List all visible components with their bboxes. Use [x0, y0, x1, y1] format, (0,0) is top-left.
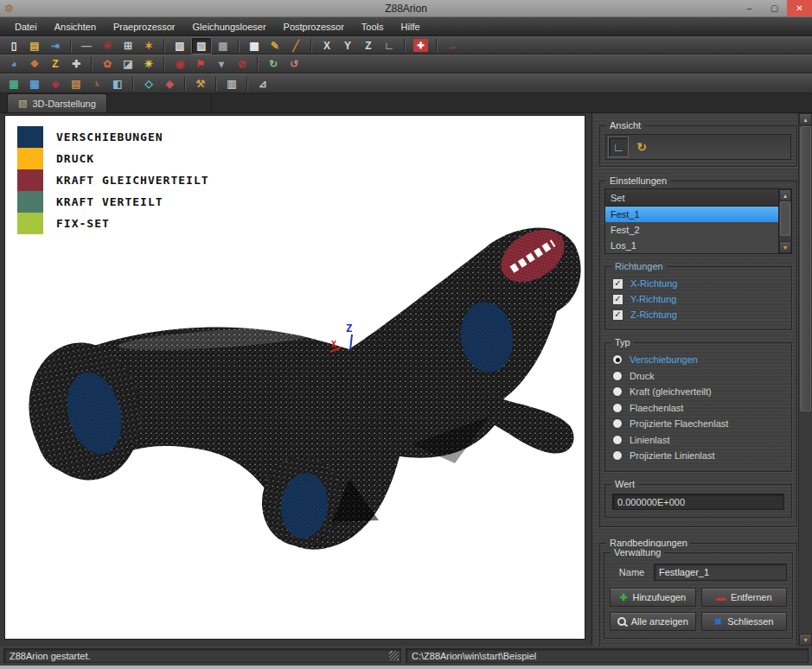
disable-tool-button[interactable]: ⊘ [233, 56, 252, 72]
close-button[interactable]: ✕ [787, 0, 812, 16]
export-stl-button[interactable]: ▦ [25, 76, 44, 92]
scroll-down-icon[interactable]: ▾ [799, 634, 812, 646]
view-axis-z-icon: Z [365, 41, 371, 51]
radio-druck[interactable]: Druck [612, 368, 784, 385]
checkbox-z-richtung[interactable]: ✓Z-Richtung [612, 307, 784, 322]
status-bar: Z88Arion gestartet. C:\Z88Arion\win\star… [0, 646, 812, 666]
menu-tools[interactable]: Tools [354, 19, 392, 35]
texture-map-button[interactable]: ◈ [160, 76, 179, 92]
view-shaded-button[interactable]: ▦ [245, 38, 264, 54]
exit-app-button[interactable]: → [443, 38, 462, 54]
line-view-button[interactable]: — [77, 38, 96, 54]
checkbox-icon: ✓ [612, 278, 623, 290]
radio-kraft-gleichverteilt[interactable]: Kraft (gleichverteilt) [612, 384, 784, 400]
zoom-z-button[interactable]: Z [46, 56, 65, 72]
menu-gleichungsloeser[interactable]: Gleichungsloeser [185, 19, 274, 35]
mesh-table-button[interactable]: ▤ [67, 76, 86, 92]
import-file-button[interactable]: ⇥ [46, 38, 65, 54]
mesh-pillars-button[interactable]: ▥ [222, 76, 241, 92]
name-input[interactable] [654, 564, 787, 581]
scroll-up-icon[interactable]: ▴ [779, 189, 791, 201]
radio-linienlast[interactable]: Linienlast [612, 432, 784, 449]
set-item-fest-1[interactable]: Fest_1 [605, 207, 778, 222]
view-mesh-button[interactable]: ▨ [191, 37, 212, 54]
minimize-button[interactable]: – [737, 0, 762, 16]
radio-flaechenlast[interactable]: Flaechenlast [612, 400, 784, 417]
add-boundary-button[interactable]: ✚ [413, 39, 428, 52]
toolbar-separator [436, 39, 438, 53]
set-item-los-1[interactable]: Los_1 [605, 238, 778, 253]
view-directions-button[interactable]: ❖ [25, 56, 44, 72]
scroll-down-icon[interactable]: ▾ [779, 241, 791, 253]
view-globe-button[interactable]: ◕ [4, 56, 23, 72]
radio-projizierte-flaechenlast[interactable]: Projizierte Flaechenlast [612, 416, 784, 432]
radio-icon [612, 403, 623, 413]
entfernen-button[interactable]: ▬Entfernen [701, 588, 788, 607]
scroll-up-icon[interactable]: ▴ [799, 113, 812, 125]
radio-projizierte-linienlast[interactable]: Projizierte Linienlast [612, 448, 784, 464]
light-settings-button[interactable]: ☀ [139, 56, 158, 72]
menu-ansichten[interactable]: Ansichten [47, 19, 104, 35]
alle-anzeigen-button[interactable]: Alle anzeigen [610, 612, 696, 631]
scroll-thumb[interactable] [800, 126, 811, 411]
group-verwaltung-title: Verwaltung [611, 547, 664, 558]
orbit-tool-button[interactable]: ♄ [87, 76, 106, 92]
spiral-tool-button[interactable]: ◉ [170, 56, 189, 72]
view-isometric-button[interactable]: ∟ [380, 38, 399, 54]
flag-region-button[interactable]: ⚑ [191, 56, 210, 72]
radio-icon [612, 354, 623, 365]
render-mode-button[interactable]: ✶ [139, 38, 158, 54]
view-solid-button[interactable]: ▧ [170, 38, 189, 54]
clear-view-button[interactable]: ╱ [286, 38, 305, 54]
tools-hammer-button[interactable]: ⚒ [191, 76, 210, 92]
menu-praeprozessor[interactable]: Praeprozessor [105, 19, 183, 35]
fill-tool-icon: ▾ [219, 59, 224, 69]
tab-strip-divider [211, 94, 212, 112]
toolbar-separator [238, 39, 240, 53]
rotate-ccw-button[interactable]: ↺ [285, 56, 304, 72]
open-file-button[interactable]: ▤ [25, 38, 44, 54]
checkbox-y-richtung[interactable]: ✓Y-Richtung [612, 291, 784, 307]
fill-tool-button[interactable]: ▾ [212, 56, 231, 72]
menu-hilfe[interactable]: Hilfe [393, 19, 428, 35]
legend-swatch [17, 213, 43, 234]
new-file-button[interactable]: ▯ [4, 38, 23, 54]
set-item-fest-2[interactable]: Fest_2 [605, 222, 778, 238]
rotate-cw-button[interactable]: ↻ [264, 56, 283, 72]
radio-label: Linienlast [630, 435, 669, 445]
export-stl-icon: ▦ [29, 79, 39, 89]
truss-view-icon: ✳ [103, 41, 112, 51]
view-axis-y-button[interactable]: Y [338, 38, 357, 54]
wert-input[interactable] [612, 494, 784, 510]
pan-move-button[interactable]: ✚ [67, 56, 86, 72]
maximize-button[interactable]: ▢ [762, 0, 787, 16]
annotate-pen-button[interactable]: ✎ [265, 38, 285, 54]
prism-element-button[interactable]: ◇ [139, 76, 158, 92]
view-axis-z-button[interactable]: Z [359, 38, 378, 54]
color-settings-button[interactable]: ✿ [98, 56, 117, 72]
z88-colors-button[interactable]: ◧ [108, 76, 127, 92]
export-z88-button[interactable]: ▦ [4, 76, 23, 92]
rotate-view-button[interactable]: ↻ [631, 137, 652, 157]
panel-scrollbar[interactable]: ▴ ▾ [798, 113, 812, 646]
view-hidden-button[interactable]: ▩ [214, 38, 233, 54]
schliessen-button[interactable]: ✖Schliessen [701, 612, 788, 631]
checkbox-x-richtung[interactable]: ✓X-Richtung [612, 276, 784, 291]
menu-postprozessor[interactable]: Postprozessor [276, 19, 352, 35]
view-axis-x-button[interactable]: X [317, 38, 336, 54]
viewport-3d[interactable]: Z X VERSCHIEBUNGENDRUCKKRAFT GLEICHVERTE… [4, 115, 585, 640]
scroll-thumb[interactable] [780, 201, 790, 236]
window-frame-bottom [0, 666, 812, 669]
hinzufuegen-button[interactable]: ✚Hinzufuegen [610, 588, 696, 607]
menu-datei[interactable]: Datei [7, 19, 45, 35]
surface-settings-button[interactable]: ◪ [118, 56, 137, 72]
radio-verschiebungen[interactable]: Verschiebungen [612, 352, 784, 368]
axis-view-button[interactable]: ∟ [608, 137, 629, 157]
fixed-support-button[interactable]: ⊿ [253, 76, 272, 92]
set-list-scrollbar[interactable]: ▴ ▾ [779, 188, 792, 254]
mesh-pillars-icon: ▥ [227, 79, 236, 89]
material-tool-button[interactable]: ◆ [46, 76, 65, 92]
tab-3d-darstellung[interactable]: ▧ 3D-Darstellung [7, 93, 107, 112]
truss-view-button[interactable]: ✳ [98, 38, 117, 54]
solver-grid-button[interactable]: ⊞ [118, 38, 137, 54]
